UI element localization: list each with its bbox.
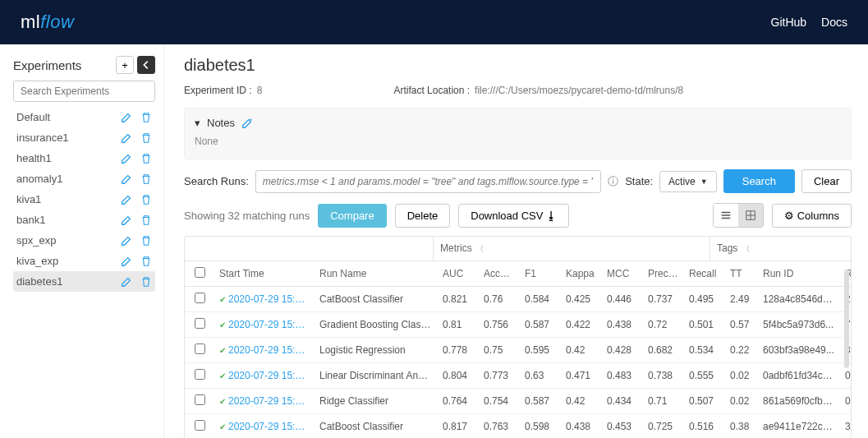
search-experiments-input[interactable]	[13, 81, 155, 102]
sidebar-item-label: anomaly1	[16, 173, 121, 185]
compare-button[interactable]: Compare	[318, 204, 386, 228]
edit-icon[interactable]	[121, 153, 132, 164]
state-dropdown[interactable]: Active▼	[659, 171, 717, 192]
grid-view-button[interactable]	[738, 204, 763, 227]
table-row[interactable]: ✔2020-07-29 15:26:07Gradient Boosting Cl…	[185, 312, 852, 338]
caret-down-icon: ▼	[700, 178, 708, 186]
collapse-sidebar-button[interactable]	[137, 56, 155, 74]
cell-run-name: Gradient Boosting Classifier	[315, 312, 438, 338]
search-button[interactable]: Search	[723, 169, 795, 193]
edit-notes-icon[interactable]	[241, 118, 253, 129]
trash-icon[interactable]	[140, 256, 152, 267]
col-tt[interactable]: TT	[725, 261, 758, 287]
docs-link[interactable]: Docs	[821, 16, 847, 29]
gear-icon: ⚙	[784, 210, 794, 222]
table-row[interactable]: ✔2020-07-29 15:25:55Linear Discriminant …	[185, 363, 852, 389]
table-row[interactable]: ✔2020-07-29 15:26:36CatBoost Classifier0…	[185, 287, 852, 312]
search-help-icon[interactable]: ⓘ	[608, 174, 618, 189]
cell-start-time[interactable]: ✔2020-07-29 15:25:59	[214, 338, 315, 363]
sidebar-item-kiva_exp[interactable]: kiva_exp	[13, 251, 155, 271]
cell-run-id: 603bf3a98e49...	[758, 338, 840, 363]
cell-recall: 0.555	[684, 363, 725, 389]
table-row[interactable]: ✔2020-07-29 15:25:54Ridge Classifier0.76…	[185, 389, 852, 414]
row-checkbox[interactable]	[195, 420, 205, 431]
sidebar-item-label: health1	[16, 152, 121, 164]
cell-start-time[interactable]: ✔2020-07-29 15:25:54	[214, 389, 315, 414]
list-view-button[interactable]	[714, 204, 738, 227]
sidebar-item-bank1[interactable]: bank1	[13, 210, 155, 230]
edit-icon[interactable]	[121, 173, 132, 185]
sidebar-item-label: kiva_exp	[16, 255, 121, 267]
col-start-time[interactable]: Start Time	[214, 261, 315, 287]
cell-start-time[interactable]: ✔2020-07-29 15:26:07	[214, 312, 315, 338]
trash-icon[interactable]	[140, 235, 152, 247]
col-run-id[interactable]: Run ID	[758, 261, 840, 287]
cell-start-time[interactable]: ✔2020-07-29 15:25:53	[214, 414, 315, 439]
row-checkbox[interactable]	[195, 369, 205, 380]
chevron-left-icon: 〈	[476, 245, 484, 253]
caret-down-icon[interactable]: ▾	[195, 117, 200, 129]
experiment-id-value: 8	[257, 85, 263, 96]
cell-accuracy: 0.754	[479, 389, 520, 414]
trash-icon[interactable]	[140, 132, 152, 144]
sidebar-item-health1[interactable]: health1	[13, 148, 155, 168]
metrics-group-header[interactable]: Metrics	[440, 242, 472, 254]
cell-run-name: CatBoost Classifier	[315, 287, 438, 312]
edit-icon[interactable]	[121, 256, 132, 267]
col-precision[interactable]: Precisio	[643, 261, 684, 287]
cell-recall: 0.516	[684, 414, 725, 439]
table-row[interactable]: ✔2020-07-29 15:25:59Logistic Regression0…	[185, 338, 852, 363]
delete-button[interactable]: Delete	[395, 204, 451, 228]
sidebar-item-default[interactable]: Default	[13, 107, 155, 127]
edit-icon[interactable]	[121, 194, 132, 205]
sidebar-item-spx_exp[interactable]: spx_exp	[13, 230, 155, 251]
trash-icon[interactable]	[140, 112, 152, 123]
search-runs-input[interactable]	[255, 170, 601, 193]
row-checkbox[interactable]	[195, 293, 205, 303]
col-run-name[interactable]: Run Name	[315, 261, 438, 287]
row-checkbox[interactable]	[195, 394, 205, 405]
edit-icon[interactable]	[121, 132, 132, 144]
add-experiment-button[interactable]: +	[116, 56, 134, 74]
cell-start-time[interactable]: ✔2020-07-29 15:26:36	[214, 287, 315, 312]
trash-icon[interactable]	[140, 214, 152, 226]
col-f1[interactable]: F1	[520, 261, 561, 287]
sidebar-item-kiva1[interactable]: kiva1	[13, 189, 155, 210]
cell-kappa: 0.471	[561, 363, 602, 389]
edit-icon[interactable]	[121, 276, 132, 288]
trash-icon[interactable]	[140, 153, 152, 164]
edit-icon[interactable]	[121, 214, 132, 226]
columns-button[interactable]: ⚙ Columns	[772, 204, 852, 228]
clear-button[interactable]: Clear	[801, 169, 852, 193]
cell-accuracy: 0.75	[479, 338, 520, 363]
col-auc[interactable]: AUC	[438, 261, 479, 287]
runs-table: Metrics 〈 Tags 〈 Start Time Run Name AUC…	[184, 236, 852, 438]
sidebar-item-insurance1[interactable]: insurance1	[13, 127, 155, 148]
sidebar-item-anomaly1[interactable]: anomaly1	[13, 168, 155, 189]
trash-icon[interactable]	[140, 276, 152, 288]
cell-precision: 0.737	[643, 287, 684, 312]
cell-run-name: Logistic Regression	[315, 338, 438, 363]
status-success-icon: ✔	[219, 346, 226, 355]
edit-icon[interactable]	[121, 235, 132, 247]
col-accuracy[interactable]: Accuracy	[479, 261, 520, 287]
table-row[interactable]: ✔2020-07-29 15:25:53CatBoost Classifier0…	[185, 414, 852, 439]
trash-icon[interactable]	[140, 173, 152, 185]
download-csv-button[interactable]: Download CSV ⭳	[458, 204, 569, 228]
row-checkbox[interactable]	[195, 318, 205, 329]
sidebar-item-diabetes1[interactable]: diabetes1	[13, 271, 155, 292]
tags-group-header[interactable]: Tags	[717, 242, 737, 254]
notes-body: None	[195, 136, 841, 147]
github-link[interactable]: GitHub	[771, 16, 807, 29]
select-all-checkbox[interactable]	[195, 267, 205, 278]
cell-start-time[interactable]: ✔2020-07-29 15:25:55	[214, 363, 315, 389]
col-recall[interactable]: Recall	[684, 261, 725, 287]
edit-icon[interactable]	[121, 112, 132, 123]
list-icon	[720, 210, 732, 221]
row-checkbox[interactable]	[195, 343, 205, 354]
col-kappa[interactable]: Kappa	[561, 261, 602, 287]
sidebar-item-label: Default	[16, 111, 121, 123]
col-mcc[interactable]: MCC	[602, 261, 643, 287]
trash-icon[interactable]	[140, 194, 152, 205]
scrollbar[interactable]	[844, 270, 849, 368]
